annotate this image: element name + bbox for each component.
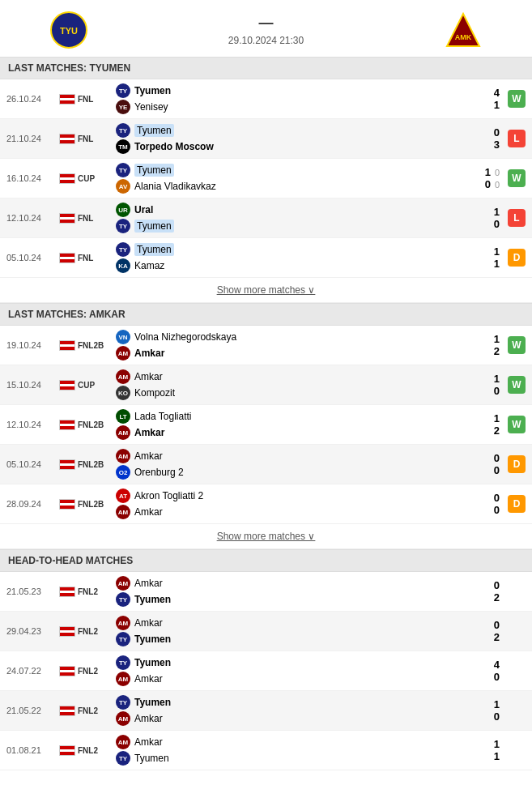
match-row: 16.10.24CUPTYTyumenAVAlania Vladikavkaz1… — [0, 159, 532, 198]
team1-name: Amkar — [134, 736, 163, 748]
team1-name: Akron Togliatti 2 — [134, 490, 203, 501]
team2-name: Amkar — [134, 348, 164, 359]
league-badge: FNL — [78, 214, 93, 223]
team1-name: Tyumen — [134, 657, 171, 668]
scores-col: 02 — [459, 619, 508, 643]
league-badge: FNL2 — [78, 746, 98, 755]
team2-icon: TM — [116, 139, 130, 154]
h2h-matches: 21.05.23FNL2AMAmkarTYTyumen0229.04.23FNL… — [0, 572, 532, 770]
match-date: 24.07.22 — [6, 666, 59, 676]
team1-icon: VN — [116, 330, 130, 344]
team2-line: TMTorpedo Moscow — [116, 139, 459, 155]
country-flag — [59, 420, 75, 430]
team2-name: Yenisey — [134, 101, 168, 113]
scores-col: 11 — [459, 245, 508, 270]
league-badge: FNL2B — [78, 460, 104, 469]
match-date: 15.10.24 — [6, 380, 59, 390]
svg-text:TYU: TYU — [60, 26, 78, 36]
country-flag — [59, 666, 75, 676]
team1-icon: AM — [116, 449, 130, 463]
team2-name: Torpedo Moscow — [134, 141, 214, 152]
score1: 0 — [487, 126, 500, 139]
score2: 0 — [487, 218, 500, 230]
scores-col: 00 — [459, 492, 508, 516]
teams-col: TYTyumenTMTorpedo Moscow — [116, 122, 459, 155]
result-badge: W — [508, 169, 526, 187]
team1-line: AMAmkar — [116, 734, 459, 750]
scores-col: 00 — [459, 452, 508, 476]
score2-line: 00 — [479, 178, 500, 190]
vs-dash: — — [258, 15, 273, 32]
league-badge: FNL2 — [78, 627, 98, 636]
score1-line: 1 — [487, 245, 500, 258]
league-col: CUP — [59, 380, 116, 390]
scores-col: 02 — [459, 579, 508, 604]
teams-col: ATAkron Togliatti 2AMAmkar — [116, 488, 459, 520]
match-row: 15.10.24CUPAMAmkarKOKompozit10W — [0, 365, 532, 405]
league-badge: CUP — [78, 174, 95, 183]
score2-line: 2 — [487, 345, 500, 357]
score2: 2 — [487, 631, 500, 643]
league-col: FNL — [59, 134, 116, 144]
team1-line: AMAmkar — [116, 448, 459, 464]
scores-col: 03 — [459, 126, 508, 151]
team2-line: AMAmkar — [116, 504, 459, 520]
score1: 1 — [487, 245, 500, 258]
team2-name: Amkar — [134, 713, 163, 724]
score1: 4 — [487, 87, 500, 99]
score1-line: 1 — [487, 373, 500, 385]
league-col: FNL2 — [59, 706, 116, 716]
score2-line: 0 — [487, 218, 500, 230]
league-badge: FNL2B — [78, 341, 104, 350]
score1: 1 — [487, 373, 500, 385]
league-badge: FNL — [78, 254, 93, 262]
team1-icon: UR — [116, 203, 130, 217]
match-row: 12.10.24FNLURUralTYTyumen10L — [0, 198, 532, 238]
team2-icon: O2 — [116, 465, 130, 480]
match-row: 05.10.24FNL2BAMAmkarO2Orenburg 200D — [0, 445, 532, 484]
match-row: 21.05.23FNL2AMAmkarTYTyumen02 — [0, 572, 532, 612]
league-badge: FNL2 — [78, 587, 98, 596]
country-flag — [59, 253, 75, 263]
team2-name: Amkar — [134, 427, 164, 438]
teams-col: AMAmkarKOKompozit — [116, 369, 459, 401]
match-header: TYU — 29.10.2024 21:30 AMK — [0, 0, 532, 57]
league-col: FNL2 — [59, 745, 116, 756]
result-badge: W — [508, 90, 526, 108]
team1-icon: AT — [116, 488, 130, 503]
match-row: 21.05.22FNL2TYTyumenAMAmkar10 — [0, 691, 532, 731]
scores-col: 10 — [459, 698, 508, 723]
team2-icon: KO — [116, 386, 130, 400]
show-more-tyumen[interactable]: Show more matches ∨ — [0, 278, 532, 303]
league-col: FNL2B — [59, 459, 116, 470]
team1-line: AMAmkar — [116, 369, 459, 385]
league-badge: FNL2 — [78, 706, 98, 715]
team1-icon: AM — [116, 369, 130, 384]
team1-name: Lada Togliatti — [134, 411, 192, 422]
score2: 1 — [487, 99, 500, 111]
team1-icon: TY — [116, 242, 130, 257]
match-date: 29.04.23 — [6, 626, 59, 636]
match-row: 28.09.24FNL2BATAkron Togliatti 2AMAmkar0… — [0, 484, 532, 524]
team1-line: TYTyumen — [116, 241, 459, 258]
score1-line: 0 — [487, 452, 500, 464]
vs-section: — 29.10.2024 21:30 — [228, 15, 304, 46]
team1-icon: LT — [116, 409, 130, 424]
score2: 2 — [487, 345, 500, 357]
country-flag — [59, 745, 75, 756]
match-row: 01.08.21FNL2AMAmkarTYTyumen11 — [0, 731, 532, 770]
league-col: FNL — [59, 94, 116, 105]
scores-col: 10 — [459, 206, 508, 230]
show-more-amkar[interactable]: Show more matches ∨ — [0, 524, 532, 549]
team1-name: Amkar — [134, 450, 163, 462]
team2-line: AMAmkar — [116, 424, 459, 441]
score2-line: 2 — [487, 591, 500, 604]
scores-col: 41 — [459, 87, 508, 111]
teams-col: LTLada TogliattiAMAmkar — [116, 408, 459, 441]
team1-name: Tyumen — [134, 164, 174, 177]
team1-name: Tyumen — [134, 243, 174, 256]
match-row: 26.10.24FNLTYTyumenYEYenisey41W — [0, 79, 532, 119]
team1-line: ATAkron Togliatti 2 — [116, 488, 459, 504]
match-row: 29.04.23FNL2AMAmkarTYTyumen02 — [0, 612, 532, 651]
league-badge: FNL2 — [78, 667, 98, 676]
